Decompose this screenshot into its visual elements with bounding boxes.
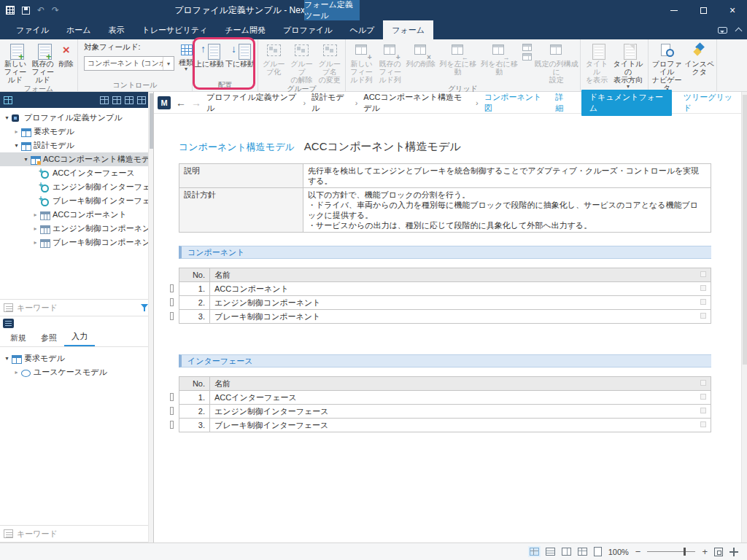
- collapse-all-icon[interactable]: [112, 96, 121, 104]
- sidebar-scrollbar[interactable]: [148, 92, 153, 542]
- column-options-icon[interactable]: [700, 380, 706, 386]
- tree-item-engine-component[interactable]: エンジン制御コンポーネント: [0, 222, 153, 236]
- cell-name[interactable]: エンジン制御インターフェース: [210, 405, 711, 419]
- zoom-in-button[interactable]: +: [702, 547, 708, 556]
- row-options-icon[interactable]: [700, 408, 706, 413]
- app-icon[interactable]: [6, 6, 15, 15]
- combo-dropdown-icon[interactable]: [163, 57, 174, 70]
- grid-view-icon[interactable]: [578, 548, 587, 556]
- close-button[interactable]: ×: [718, 0, 747, 20]
- document-view-icon[interactable]: [530, 548, 539, 556]
- undo-icon[interactable]: ↶: [37, 6, 44, 15]
- tree-item-brake-interface[interactable]: ブレーキ制御インターフェース: [0, 194, 153, 208]
- section-header-interfaces[interactable]: インターフェース: [179, 354, 711, 368]
- expander-icon[interactable]: [3, 355, 11, 362]
- title-direction-button[interactable]: タイトルの 表示方向: [611, 40, 645, 89]
- expander-icon[interactable]: [22, 156, 30, 163]
- expander-icon[interactable]: [31, 211, 39, 218]
- field-value[interactable]: 以下の方針で、機能ブロックの分割を行う。 ・ドライバ、車両からの入力を種別毎に機…: [303, 188, 711, 233]
- delete-field-button[interactable]: 削除: [57, 40, 76, 79]
- forward-button[interactable]: [191, 97, 201, 109]
- row-drag-handle[interactable]: [170, 284, 174, 292]
- cell-no[interactable]: 1.: [179, 391, 210, 405]
- grid-mini-top-button[interactable]: [522, 44, 532, 51]
- row-drag-handle[interactable]: [170, 421, 174, 429]
- rename-group-button[interactable]: グループ名 の変更: [316, 40, 344, 84]
- zoom-slider-thumb[interactable]: [684, 548, 686, 556]
- content-scrollbar[interactable]: [741, 92, 747, 542]
- new-field-column-button[interactable]: 新しい フィールド列: [347, 40, 376, 84]
- tab-file[interactable]: ファイル: [7, 20, 58, 39]
- tree-item-requirement-model[interactable]: 要求モデル: [0, 125, 153, 139]
- cell-no[interactable]: 3.: [179, 419, 210, 432]
- model-badge[interactable]: M: [158, 96, 171, 109]
- row-drag-handle[interactable]: [170, 393, 174, 401]
- expander-icon[interactable]: [3, 114, 11, 121]
- expander-icon[interactable]: [12, 142, 20, 149]
- detail-link[interactable]: 詳細: [555, 92, 570, 114]
- show-title-button[interactable]: タイトル を表示: [582, 40, 611, 84]
- cell-no[interactable]: 2.: [179, 405, 210, 419]
- breadcrumb-segment[interactable]: ACCコンポーネント構造モデル: [363, 92, 470, 114]
- expander-icon[interactable]: [31, 239, 39, 246]
- column-header-name[interactable]: 名前: [210, 377, 711, 391]
- move-column-left-button[interactable]: 列を左に移動: [437, 40, 479, 79]
- row-options-icon[interactable]: [700, 299, 706, 305]
- navigator-settings-icon[interactable]: [137, 96, 146, 104]
- save-icon[interactable]: [22, 7, 30, 15]
- tree-item-profile-sample[interactable]: プロファイル定義サンプル: [0, 111, 153, 125]
- expand-all-icon[interactable]: [100, 96, 109, 104]
- existing-field-column-button[interactable]: 既存の フィールド列: [376, 40, 404, 84]
- tree-item-requirement-model-input[interactable]: 要求モデル: [0, 351, 153, 365]
- row-options-icon[interactable]: [700, 285, 706, 291]
- cell-name[interactable]: エンジン制御コンポーネント: [210, 296, 711, 310]
- tab-input[interactable]: 入力: [64, 329, 95, 346]
- row-options-icon[interactable]: [700, 394, 706, 400]
- move-down-button[interactable]: 下に移動: [225, 40, 255, 79]
- tree-item-acc-component[interactable]: ACCコンポーネント: [0, 208, 153, 222]
- tree-item-acc-structure-model[interactable]: ACCコンポーネント構造モデル: [0, 152, 153, 166]
- tab-traceability[interactable]: トレーサビリティ: [133, 20, 217, 39]
- cell-no[interactable]: 3.: [179, 310, 210, 324]
- cell-name[interactable]: ブレーキ制御コンポーネント: [210, 310, 711, 324]
- column-header-no[interactable]: No.: [179, 377, 210, 391]
- split-view-icon[interactable]: [562, 548, 571, 556]
- pan-tool-icon[interactable]: [729, 548, 738, 556]
- redo-icon[interactable]: ↷: [52, 6, 59, 15]
- maximize-button[interactable]: [689, 0, 718, 20]
- model-tree-icon[interactable]: [4, 96, 12, 104]
- section-header-components[interactable]: コンポーネント: [179, 246, 711, 259]
- tab-home[interactable]: ホーム: [58, 20, 100, 39]
- tab-profile[interactable]: プロファイル: [274, 20, 341, 39]
- ungroup-button[interactable]: グループ の解除: [287, 40, 315, 84]
- cell-no[interactable]: 2.: [179, 296, 210, 310]
- tree-grid-link[interactable]: ツリーグリッド: [684, 92, 735, 114]
- minimize-button[interactable]: [659, 0, 689, 20]
- tree-item-brake-component[interactable]: ブレーキ制御コンポーネント: [0, 236, 153, 249]
- search-scope-icon[interactable]: [4, 529, 13, 538]
- cell-name[interactable]: ACCインターフェース: [210, 391, 711, 405]
- row-drag-handle[interactable]: [170, 298, 174, 306]
- row-drag-handle[interactable]: [170, 312, 174, 320]
- row-drag-handle[interactable]: [170, 407, 174, 415]
- tab-help[interactable]: ヘルプ: [341, 20, 383, 39]
- page-view-icon[interactable]: [594, 547, 602, 556]
- delete-column-button[interactable]: 列の削除: [404, 40, 437, 79]
- tab-reference[interactable]: 参照: [34, 330, 64, 346]
- inspector-button[interactable]: インスペクタ: [684, 40, 715, 79]
- keyword-search-input[interactable]: [17, 303, 136, 312]
- existing-field-button[interactable]: 既存の フィールド: [29, 40, 57, 84]
- expander-icon[interactable]: [31, 225, 39, 232]
- row-options-icon[interactable]: [700, 421, 706, 427]
- search-scope-icon[interactable]: [4, 303, 13, 312]
- group-button[interactable]: グループ化: [260, 40, 287, 79]
- expander-icon[interactable]: [12, 128, 20, 135]
- tab-view[interactable]: 表示: [100, 20, 133, 39]
- target-field-combo[interactable]: コンポーネント (コンポーネ...: [84, 56, 174, 71]
- tree-item-design-model[interactable]: 設計モデル: [0, 139, 153, 152]
- fit-to-window-icon[interactable]: [714, 548, 723, 556]
- cell-name[interactable]: ACCコンポーネント: [210, 282, 711, 296]
- expander-icon[interactable]: [12, 369, 20, 376]
- scrollbar-thumb[interactable]: [743, 95, 747, 365]
- grid-mini-bottom-button[interactable]: [522, 53, 532, 61]
